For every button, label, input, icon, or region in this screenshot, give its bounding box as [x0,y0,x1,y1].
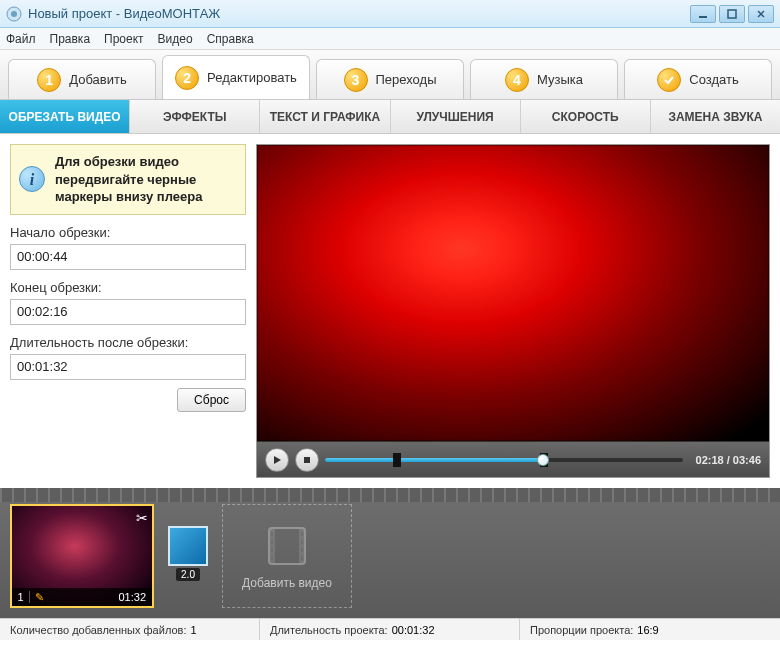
step-tab-edit[interactable]: 2Редактировать [162,55,310,99]
trim-marker-start[interactable] [393,453,401,467]
step-badge-3: 3 [344,68,368,92]
svg-marker-6 [274,456,281,464]
menu-help[interactable]: Справка [207,32,254,46]
scrub-thumb[interactable] [537,454,549,466]
step-badge-4: 4 [505,68,529,92]
svg-rect-14 [271,556,273,560]
hint-box: i Для обрезки видео передвигайте черные … [10,144,246,215]
trim-panel: i Для обрезки видео передвигайте черные … [10,144,246,478]
svg-rect-11 [271,532,273,536]
step-tab-transitions[interactable]: 3Переходы [316,59,464,99]
hint-text: Для обрезки видео передвигайте черные ма… [55,154,202,204]
status-files: Количество добавленных файлов: 1 [0,619,260,640]
subtab-textgfx[interactable]: ТЕКСТ И ГРАФИКА [260,100,390,133]
svg-point-1 [11,11,17,17]
menu-project[interactable]: Проект [104,32,144,46]
subtab-speed[interactable]: СКОРОСТЬ [521,100,651,133]
clip-duration: 01:32 [48,591,152,603]
pencil-icon[interactable]: ✎ [30,591,48,604]
svg-rect-15 [301,532,303,536]
trim-after-input[interactable] [10,354,246,380]
status-aspect-label: Пропорции проекта: [530,624,633,636]
svg-rect-7 [304,457,310,463]
transition-tile[interactable]: 2.0 [164,526,212,586]
status-duration: Длительность проекта: 00:01:32 [260,619,520,640]
step-tab-music[interactable]: 4Музыка [470,59,618,99]
timeline: ✂ 1 ✎ 01:32 2.0 Добавить видео [0,488,780,618]
subtab-audioswap[interactable]: ЗАМЕНА ЗВУКА [651,100,780,133]
step-label-music: Музыка [537,72,583,87]
trim-start-input[interactable] [10,244,246,270]
svg-rect-18 [301,556,303,560]
step-badge-1: 1 [37,68,61,92]
status-files-label: Количество добавленных файлов: [10,624,186,636]
step-label-add: Добавить [69,72,126,87]
step-tab-add[interactable]: 1Добавить [8,59,156,99]
step-badge-check [657,68,681,92]
menu-file[interactable]: Файл [6,32,36,46]
sub-tabs: ОБРЕЗАТЬ ВИДЕО ЭФФЕКТЫ ТЕКСТ И ГРАФИКА У… [0,100,780,134]
svg-rect-12 [271,540,273,544]
close-button[interactable] [748,5,774,23]
clip-index: 1 [12,591,30,603]
svg-rect-16 [301,540,303,544]
menu-edit[interactable]: Правка [50,32,91,46]
trim-start-label: Начало обрезки: [10,225,246,240]
preview-pane: 02:18 / 03:46 [256,144,770,478]
menubar: Файл Правка Проект Видео Справка [0,28,780,50]
subtab-improve[interactable]: УЛУЧШЕНИЯ [391,100,521,133]
add-video-slot[interactable]: Добавить видео [222,504,352,608]
menu-video[interactable]: Видео [158,32,193,46]
subtab-trim[interactable]: ОБРЕЗАТЬ ВИДЕО [0,100,130,133]
timeline-clip[interactable]: ✂ 1 ✎ 01:32 [10,504,154,608]
reset-button[interactable]: Сброс [177,388,246,412]
add-video-label: Добавить видео [242,576,332,590]
filmstrip-icon [263,522,311,570]
minimize-button[interactable] [690,5,716,23]
step-tabs: 1Добавить 2Редактировать 3Переходы 4Музы… [0,50,780,100]
status-duration-label: Длительность проекта: [270,624,388,636]
svg-rect-13 [271,548,273,552]
scissors-icon: ✂ [136,510,148,526]
step-label-create: Создать [689,72,738,87]
time-display: 02:18 / 03:46 [689,454,761,466]
trim-after-label: Длительность после обрезки: [10,335,246,350]
svg-rect-17 [301,548,303,552]
scrub-bar[interactable] [325,451,683,469]
stop-button[interactable] [295,448,319,472]
video-still [257,145,769,441]
subtab-effects[interactable]: ЭФФЕКТЫ [130,100,260,133]
step-tab-create[interactable]: Создать [624,59,772,99]
svg-rect-2 [699,16,707,18]
app-icon [6,6,22,22]
window-title: Новый проект - ВидеоМОНТАЖ [28,6,220,21]
transition-duration: 2.0 [176,568,200,581]
titlebar: Новый проект - ВидеоМОНТАЖ [0,0,780,28]
playback-bar: 02:18 / 03:46 [257,441,769,477]
status-duration-value: 00:01:32 [392,624,435,636]
svg-rect-3 [728,10,736,18]
status-files-value: 1 [190,624,196,636]
trim-end-input[interactable] [10,299,246,325]
scrub-fill [325,458,543,462]
video-frame[interactable] [257,145,769,441]
step-label-transitions: Переходы [376,72,437,87]
statusbar: Количество добавленных файлов: 1 Длитель… [0,618,780,640]
status-aspect-value: 16:9 [637,624,658,636]
trim-end-label: Конец обрезки: [10,280,246,295]
step-badge-2: 2 [175,66,199,90]
step-label-edit: Редактировать [207,70,297,85]
maximize-button[interactable] [719,5,745,23]
info-icon: i [19,166,45,192]
clip-footer: 1 ✎ 01:32 [12,588,152,606]
status-aspect: Пропорции проекта: 16:9 [520,619,780,640]
transition-thumb [168,526,208,566]
main-area: i Для обрезки видео передвигайте черные … [0,134,780,488]
play-button[interactable] [265,448,289,472]
